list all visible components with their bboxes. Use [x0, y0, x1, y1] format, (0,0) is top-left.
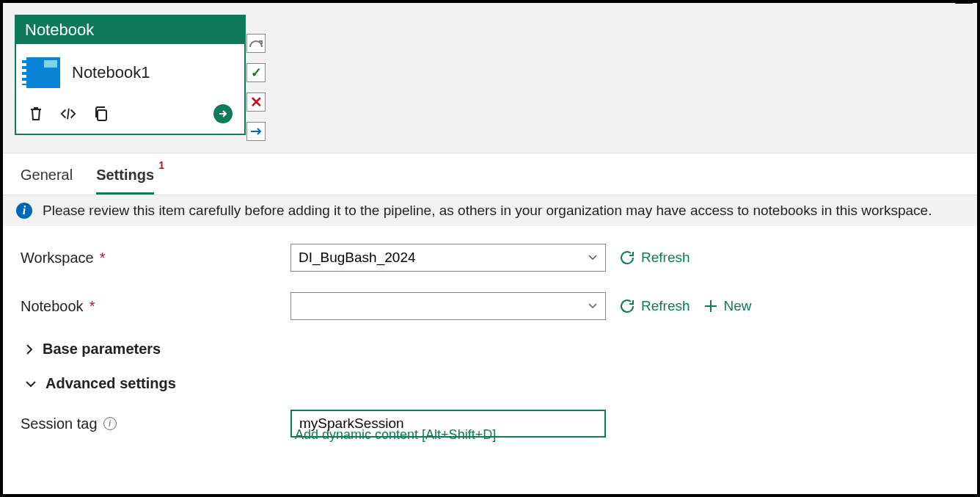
run-next-icon[interactable] — [213, 104, 233, 123]
delete-icon[interactable] — [28, 106, 44, 122]
workspace-select[interactable]: DI_BugBash_2024 — [290, 244, 606, 272]
tab-general[interactable]: General — [21, 167, 73, 195]
info-tooltip-icon[interactable]: i — [103, 417, 117, 430]
workspace-value: DI_BugBash_2024 — [299, 250, 416, 266]
chevron-down-icon — [588, 302, 598, 310]
tabs-bar: General Settings 1 — [3, 153, 977, 195]
pipeline-node-notebook[interactable]: Notebook Notebook1 — [15, 15, 246, 135]
status-completion-icon[interactable] — [246, 122, 266, 141]
notebook-icon — [26, 57, 60, 88]
notebook-select[interactable] — [290, 292, 606, 320]
required-mark: * — [100, 250, 106, 266]
advanced-settings-expander[interactable]: Advanced settings — [25, 375, 959, 392]
notebook-new-button[interactable]: New — [703, 298, 752, 314]
workspace-label: Workspace — [21, 250, 94, 266]
svg-rect-0 — [98, 110, 106, 120]
copy-icon[interactable] — [92, 106, 109, 122]
chevron-down-icon — [588, 254, 598, 261]
tab-settings[interactable]: Settings 1 — [96, 167, 154, 195]
base-parameters-expander[interactable]: Base parameters — [25, 341, 959, 358]
status-success-icon[interactable]: ✓ — [246, 63, 266, 82]
session-tag-label: Session tag — [21, 416, 98, 432]
required-mark: * — [89, 298, 95, 315]
status-fail-icon[interactable]: ✕ — [246, 92, 266, 112]
info-text: Please review this item carefully before… — [43, 203, 932, 219]
tab-settings-label: Settings — [96, 167, 154, 183]
info-icon: i — [16, 203, 32, 219]
panel-drag-handle[interactable] — [955, 0, 973, 4]
status-skip-icon[interactable] — [246, 34, 266, 53]
chevron-right-icon — [25, 344, 34, 355]
refresh-icon — [619, 298, 635, 314]
notebook-refresh-button[interactable]: Refresh — [619, 298, 690, 314]
refresh-icon — [619, 250, 635, 266]
plus-icon — [703, 299, 718, 313]
workspace-refresh-button[interactable]: Refresh — [619, 250, 690, 266]
code-icon[interactable] — [60, 106, 76, 122]
chevron-down-icon — [25, 380, 37, 388]
node-name: Notebook1 — [72, 63, 150, 82]
tab-settings-badge: 1 — [158, 159, 164, 171]
add-dynamic-content-link[interactable]: Add dynamic content [Alt+Shift+D] — [295, 427, 959, 443]
info-banner: i Please review this item carefully befo… — [3, 195, 977, 226]
node-type-label: Notebook — [16, 16, 244, 44]
notebook-label: Notebook — [21, 298, 84, 315]
